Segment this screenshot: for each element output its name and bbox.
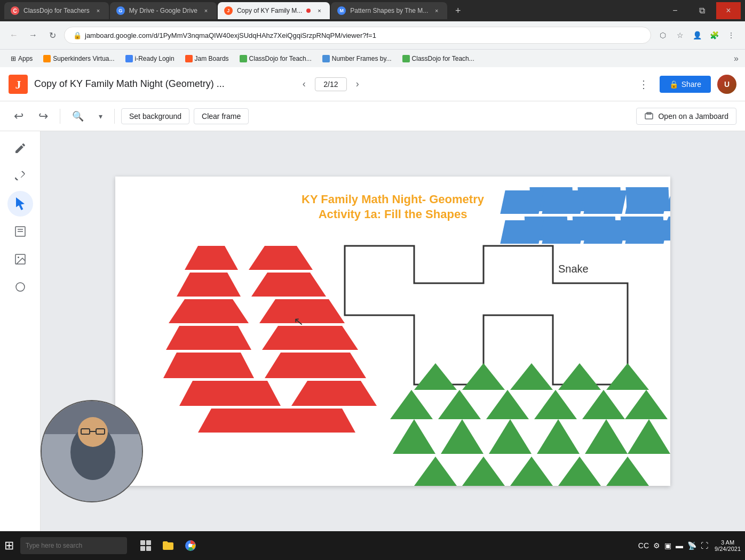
user-avatar[interactable]: U xyxy=(717,75,736,94)
file-explorer-icon xyxy=(162,539,175,552)
blue-shape xyxy=(500,220,543,244)
zoom-button[interactable]: 🔍 xyxy=(67,107,89,125)
theater-tray-icon[interactable]: ▬ xyxy=(676,541,683,550)
share-label: Share xyxy=(681,80,701,89)
eraser-icon xyxy=(14,170,27,182)
circle-tool[interactable] xyxy=(7,274,33,300)
refresh-button[interactable]: ↻ xyxy=(45,28,60,43)
tab-close-jamboard[interactable]: × xyxy=(315,6,323,15)
svg-marker-16 xyxy=(169,299,249,323)
slide-total: 12 xyxy=(330,80,338,89)
taskbar-chrome[interactable] xyxy=(180,535,201,556)
blue-shape xyxy=(625,190,668,214)
tab-mydrive[interactable]: G My Drive - Google Drive × xyxy=(110,2,217,19)
close-button[interactable]: × xyxy=(716,2,741,19)
address-bar: ← → ↻ 🔒 jamboard.google.com/d/1PyMmV3nqm… xyxy=(0,21,745,49)
settings-tray-icon[interactable]: ⚙ xyxy=(653,541,660,550)
zoom-dropdown-button[interactable]: ▾ xyxy=(93,109,108,124)
extensions-icon[interactable]: 🧩 xyxy=(707,28,722,43)
eraser-tool[interactable] xyxy=(7,163,33,189)
forward-button[interactable]: → xyxy=(26,28,41,43)
image-tool[interactable] xyxy=(7,246,33,272)
blue-shape xyxy=(583,220,627,244)
svg-marker-47 xyxy=(486,390,529,419)
svg-text:↖: ↖ xyxy=(293,315,304,329)
svg-marker-19 xyxy=(262,326,358,350)
clear-frame-button[interactable]: Clear frame xyxy=(194,108,249,124)
start-menu-button[interactable]: ⊞ xyxy=(4,539,14,553)
sticky-note-icon xyxy=(14,225,27,238)
prev-slide-button[interactable]: ‹ xyxy=(296,76,313,93)
bookmark-classdojo1[interactable]: ClassDojo for Teach... xyxy=(235,53,316,65)
taskbar-clock[interactable]: 3 AM 9/24/2021 xyxy=(715,539,741,552)
blue-shape xyxy=(542,190,585,214)
share-lock-icon: 🔒 xyxy=(669,80,678,89)
blue-shape xyxy=(542,220,585,244)
address-input[interactable]: 🔒 jamboard.google.com/d/1PyMmV3nqmaQIW40… xyxy=(64,27,651,44)
svg-marker-39 xyxy=(628,419,670,454)
bookmark-jamboards[interactable]: Jam Boards xyxy=(181,53,233,65)
address-text: jamboard.google.com/d/1PyMmV3nqmaQIW40ex… xyxy=(85,31,376,39)
bookmarks-more-button[interactable]: » xyxy=(734,54,739,63)
webcam-person xyxy=(42,401,142,501)
set-background-button[interactable]: Set background xyxy=(121,108,189,124)
redo-button[interactable]: ↪ xyxy=(33,106,53,126)
cast-icon[interactable]: ⬡ xyxy=(655,28,670,43)
tab-close-classdojo[interactable]: × xyxy=(94,6,102,15)
svg-marker-37 xyxy=(537,419,580,454)
bookmark-numberframes[interactable]: Number Frames by... xyxy=(318,53,396,65)
browser-toolbar: ⬡ ☆ 👤 🧩 ⋮ xyxy=(655,28,739,43)
apps-grid-icon: ⊞ xyxy=(11,55,16,62)
app-title: Copy of KY Family Math Night (Geometry) … xyxy=(34,78,289,90)
slide-counter[interactable]: 2/12 xyxy=(315,77,347,91)
pen-tool[interactable] xyxy=(7,135,33,161)
tab-close-pattern[interactable]: × xyxy=(432,6,441,15)
bookmark-jamboards-label: Jam Boards xyxy=(195,55,229,62)
profile-icon[interactable]: 👤 xyxy=(689,28,704,43)
svg-marker-21 xyxy=(265,353,366,378)
svg-marker-13 xyxy=(249,246,313,270)
tab-classdojo[interactable]: C ClassDojo for Teachers × xyxy=(4,2,109,19)
svg-marker-53 xyxy=(510,363,553,390)
svg-marker-40 xyxy=(414,457,457,486)
bookmark-apps[interactable]: ⊞ Apps xyxy=(6,53,37,65)
svg-marker-15 xyxy=(251,273,326,297)
svg-rect-64 xyxy=(140,540,145,545)
svg-point-70 xyxy=(189,544,192,547)
taskbar-date: 9/24/2021 xyxy=(715,546,741,552)
cast-tray-icon[interactable]: 📡 xyxy=(687,541,696,550)
tab-jamboard[interactable]: J Copy of KY Family M... × xyxy=(218,2,330,19)
tab-label-jamboard: Copy of KY Family M... xyxy=(237,7,302,14)
svg-marker-44 xyxy=(606,457,649,486)
new-tab-button[interactable]: + xyxy=(450,3,465,18)
bookmark-superkinders[interactable]: Superkinders Virtua... xyxy=(39,53,118,65)
bookmark-classdojo2[interactable]: ClassDojo for Teach... xyxy=(398,53,479,65)
minimize-button[interactable]: − xyxy=(663,2,687,19)
tab-close-mydrive[interactable]: × xyxy=(202,6,210,15)
pip-tray-icon[interactable]: ▣ xyxy=(664,541,671,550)
more-options-button[interactable]: ⋮ xyxy=(634,75,653,94)
left-sidebar xyxy=(0,131,41,531)
taskbar-search-input[interactable] xyxy=(20,537,127,554)
tab-bar: C ClassDojo for Teachers × G My Drive - … xyxy=(0,0,745,21)
fullscreen-tray-icon[interactable]: ⛶ xyxy=(701,541,708,550)
tab-pattern[interactable]: M Pattern Shapes by The M... × xyxy=(331,2,447,19)
sticky-note-tool[interactable] xyxy=(7,219,33,244)
task-view-icon xyxy=(139,539,152,552)
next-slide-button[interactable]: › xyxy=(349,76,366,93)
open-on-jamboard-button[interactable]: Open on a Jamboard xyxy=(636,108,736,125)
share-button[interactable]: 🔒 Share xyxy=(660,76,711,93)
taskbar-file-explorer[interactable] xyxy=(158,535,178,556)
taskbar-task-view[interactable] xyxy=(136,535,156,556)
bookmark-iready[interactable]: i-Ready Login xyxy=(121,53,179,65)
svg-marker-49 xyxy=(582,390,625,419)
bookmark-star-icon[interactable]: ☆ xyxy=(672,28,687,43)
maximize-button[interactable]: ⧉ xyxy=(689,2,714,19)
back-button[interactable]: ← xyxy=(6,28,21,43)
undo-button[interactable]: ↩ xyxy=(9,106,29,126)
select-tool[interactable] xyxy=(7,191,33,217)
jamboard-canvas[interactable]: KY Family Math Night- Geometry Activity … xyxy=(115,177,670,486)
browser-menu-icon[interactable]: ⋮ xyxy=(724,28,739,43)
svg-marker-38 xyxy=(585,419,628,454)
svg-marker-23 xyxy=(291,381,377,406)
